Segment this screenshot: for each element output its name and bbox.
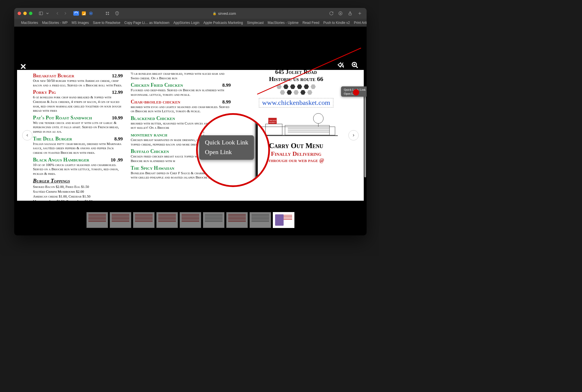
menu-item-name: monterey ranch (131, 132, 167, 138)
traffic-lights (18, 12, 32, 15)
annotation-circle: Quick Look Link Open Link (196, 113, 270, 187)
page-content: ✕ Breakfast Burger12.99 Our new 50/50 bu… (14, 27, 367, 235)
menu-item-name: Char-broiled chicken (131, 99, 180, 105)
lightbox-share-icon[interactable] (337, 61, 344, 70)
bookmark-item[interactable]: Print Article (354, 21, 367, 25)
menu-item-desc: 10 oz of 100% chuck lightly seasoned and… (33, 163, 123, 176)
minimize-window[interactable] (23, 12, 27, 15)
context-menu-item[interactable]: Quick Look Link (204, 138, 249, 147)
chevron-down-icon[interactable] (45, 10, 49, 16)
svg-rect-27 (265, 124, 282, 135)
thumbnail-active[interactable] (273, 212, 294, 228)
menu-item-desc: Floured and deep-fried. Served on Brioch… (131, 88, 231, 97)
menu-item-price: 12.99 (112, 90, 123, 95)
downloads-icon[interactable] (337, 10, 344, 16)
svg-point-3 (90, 13, 92, 14)
menu-item-name: Black Angus Hamburger (33, 157, 89, 163)
svg-text:CHICKEN: CHICKEN (269, 120, 277, 121)
svg-rect-6 (106, 14, 107, 15)
thumbnail[interactable] (156, 212, 178, 228)
bookmark-item[interactable]: Copy Page Li… as Markdown (124, 21, 169, 25)
hex-decoration (239, 90, 354, 95)
thumbnail[interactable] (133, 212, 155, 228)
menu-item-price: 10.99 (112, 115, 123, 121)
new-tab-icon[interactable] (356, 10, 363, 16)
bookmark-item[interactable]: Apple Podcasts Marketing (203, 21, 243, 25)
bookmark-item[interactable]: MacStories - WP (42, 21, 68, 25)
menu-item-name: Breakfast Burger (33, 73, 74, 79)
menu-item-name: Buffalo Chicken (131, 148, 169, 154)
svg-point-32 (313, 113, 323, 123)
share-icon[interactable] (347, 10, 354, 16)
toppings-heading: Burger Toppings (33, 178, 123, 184)
menu-item-price: 10 .99 (111, 157, 123, 163)
svg-rect-7 (108, 14, 109, 15)
bookmark-item[interactable]: Read Feed (302, 21, 319, 25)
svg-rect-4 (106, 12, 107, 13)
svg-rect-26 (257, 127, 335, 135)
zoom-window[interactable] (29, 12, 32, 15)
thumbnail[interactable] (203, 212, 225, 228)
extension-icon-1[interactable] (73, 11, 79, 16)
bookmark-item[interactable]: Push to Kindle v2 (323, 21, 350, 25)
bookmark-item[interactable]: Simplecast (247, 21, 264, 25)
menu-page: Breakfast Burger12.99 Our new 50/50 burg… (17, 70, 364, 201)
annotation-endpoint-dot (353, 89, 359, 96)
menu-item-price: 8.99 (114, 136, 123, 142)
reload-icon[interactable] (328, 10, 335, 16)
menu-item-name: Blackened Chicken (131, 115, 175, 121)
back-button[interactable] (54, 10, 61, 16)
menu-item-name: Pat's Pot Roast Sandwich (33, 115, 92, 121)
menu-item-price: 8.99 (222, 99, 231, 105)
thumbnail[interactable] (180, 212, 201, 228)
menu-column-1: Breakfast Burger12.99 Our new 50/50 burg… (17, 70, 128, 201)
address-bar[interactable]: 🔒 sirved.com (123, 11, 326, 16)
svg-text:BASKET: BASKET (269, 122, 276, 123)
menu-item-price: 8.99 (222, 82, 231, 88)
bookmarks-bar: MacStories MacStories - WP MS Images Sav… (14, 19, 367, 27)
menu-item-desc: Italian sausage patty char-broiled, dres… (33, 142, 123, 155)
website-link[interactable]: www.chickenbasket.com (259, 98, 333, 107)
menu-item-desc: brushed with evoo and lightly seasoned a… (131, 105, 231, 114)
prev-image-button[interactable] (22, 130, 32, 140)
menu-item-name: Chicken Fried Chicken (131, 82, 183, 88)
sidebar-toggle-icon[interactable] (38, 10, 44, 16)
thumbnail-strip (14, 212, 367, 230)
bookmark-item[interactable]: MS Images (72, 21, 89, 25)
thumbnail[interactable] (250, 212, 271, 228)
svg-rect-5 (108, 12, 109, 13)
bookmark-item[interactable]: MacStories - Uptime (268, 21, 299, 25)
menu-item-name: The Dell Burger (33, 136, 72, 142)
hex-decoration (239, 84, 354, 89)
privacy-shield-icon[interactable] (114, 10, 120, 16)
rss-icon[interactable] (82, 11, 86, 15)
vertical-scrollbar[interactable] (364, 95, 366, 177)
thumbnail[interactable] (226, 212, 248, 228)
menu-item-price: 12.99 (112, 73, 123, 79)
url-host: sirved.com (218, 11, 236, 16)
lightbox-zoom-icon[interactable] (351, 61, 359, 70)
toppings-list: Smoked Bacon $2.00, Fried Egg $1.50 Saut… (33, 184, 123, 201)
context-menu-item[interactable]: Open Link (204, 147, 249, 157)
extension-icon-2[interactable] (89, 11, 93, 16)
next-image-button[interactable] (348, 130, 359, 140)
titlebar: 🔒 sirved.com (14, 8, 367, 19)
svg-rect-0 (39, 12, 43, 15)
restaurant-address: 645 Joliet Road (239, 70, 354, 75)
menu-item-desc: ½ lb boneless breast char-broiled, toppe… (131, 72, 231, 80)
menu-item-name: The Spicy Hawaiian (131, 165, 174, 171)
thumbnail[interactable] (110, 212, 131, 228)
grid-apps-icon[interactable] (104, 10, 111, 16)
bookmark-item[interactable]: AppStories Login (173, 21, 199, 25)
menu-item-desc: We use tender chuck and roast it with lo… (33, 121, 123, 134)
menu-item-desc: 6 oz boneless pork chop hand breaded & t… (33, 95, 123, 113)
lock-icon: 🔒 (213, 12, 217, 15)
menu-item-desc: Our new 50/50 burger topped with America… (33, 79, 123, 88)
close-window[interactable] (18, 12, 21, 15)
bookmark-item[interactable]: MacStories (21, 21, 38, 25)
context-menu-zoomed: Quick Look Link Open Link (199, 135, 254, 160)
menu-item-name: Porky Pig (33, 89, 56, 95)
bookmark-item[interactable]: Save to Readwise (93, 21, 120, 25)
thumbnail[interactable] (86, 212, 108, 228)
forward-button[interactable] (62, 10, 69, 16)
